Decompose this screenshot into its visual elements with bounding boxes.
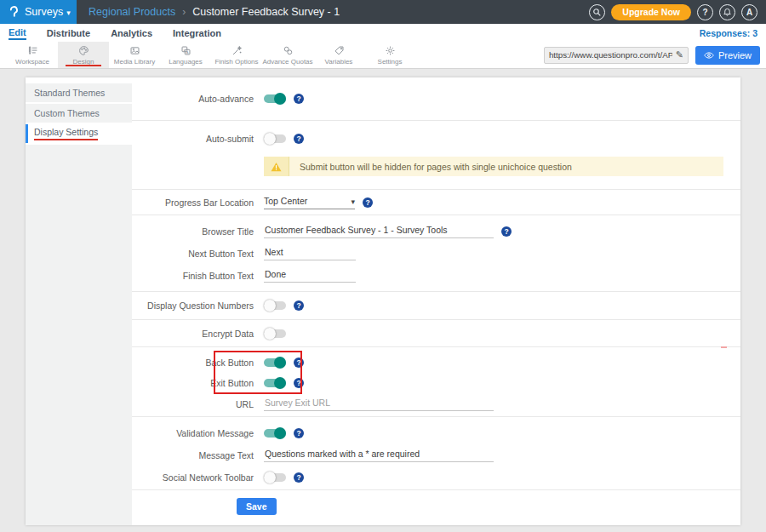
validation-message-toggle[interactable] xyxy=(264,429,286,438)
finish-button-text-label: Finish Button Text xyxy=(132,271,254,281)
warning-icon-cell xyxy=(264,157,289,176)
browser-title-label: Browser Title xyxy=(132,226,254,237)
progress-bar-location-select[interactable]: Top Center xyxy=(264,196,355,209)
survey-url-box: ✎ xyxy=(544,47,689,64)
display-question-numbers-toggle[interactable] xyxy=(264,301,286,310)
annotated-toggles-wrap: Back Button Exit Button xyxy=(132,352,740,393)
encrypt-data-toggle[interactable] xyxy=(264,329,286,338)
top-bar: Surveys Regional Products Customer Feedb… xyxy=(0,0,766,24)
progress-bar-location-label: Progress Bar Location xyxy=(132,197,254,208)
exit-url-label: URL xyxy=(132,399,254,409)
validation-message-help-icon[interactable] xyxy=(294,428,304,438)
breadcrumb-separator-icon xyxy=(175,6,192,18)
toolbar-item-finish-options[interactable]: Finish Options xyxy=(211,42,262,68)
avatar-letter: A xyxy=(746,8,752,17)
workspace-icon xyxy=(27,45,38,56)
sidebar-item-standard-themes[interactable]: Standard Themes xyxy=(26,83,132,102)
section-encrypt-data: Encrypt Data xyxy=(132,319,740,346)
warning-triangle-icon xyxy=(271,162,282,172)
message-text-label: Message Text xyxy=(132,450,254,460)
section-button-texts: Browser Title Next Button Text Finish Bu… xyxy=(132,215,740,291)
toolbar-item-variables[interactable]: Variables xyxy=(313,42,364,68)
section-save: Save xyxy=(132,489,740,525)
auto-submit-help-icon[interactable] xyxy=(294,134,304,144)
toolbar-item-design[interactable]: Design xyxy=(58,42,109,68)
nav-tab-analytics[interactable]: Analytics xyxy=(111,26,152,39)
gear-icon xyxy=(385,45,396,56)
upgrade-now-button[interactable]: Upgrade Now xyxy=(611,4,691,20)
social-network-toolbar-help-icon[interactable] xyxy=(294,472,304,483)
auto-advance-help-icon[interactable] xyxy=(294,94,304,104)
help-button[interactable]: ? xyxy=(697,4,713,20)
progress-bar-help-icon[interactable] xyxy=(363,197,373,208)
toolbar-item-workspace[interactable]: Workspace xyxy=(7,42,58,68)
nav-tab-integration[interactable]: Integration xyxy=(173,26,221,39)
breadcrumb-current: Customer Feedback Survey - 1 xyxy=(192,6,340,18)
exit-button-label: Exit Button xyxy=(132,378,254,388)
sidebar-filler xyxy=(26,145,132,525)
search-icon xyxy=(592,8,602,17)
social-network-toolbar-label: Social Network Toolbar xyxy=(132,472,254,483)
chain-links-icon xyxy=(283,45,294,56)
toolbar-item-settings[interactable]: Settings xyxy=(364,42,415,68)
account-avatar[interactable]: A xyxy=(741,4,757,20)
svg-text:x: x xyxy=(183,47,185,51)
responses-count[interactable]: Responses: 3 xyxy=(700,28,757,38)
auto-advance-toggle[interactable] xyxy=(264,94,286,103)
finish-button-text-field[interactable] xyxy=(264,269,356,283)
sidebar-item-custom-themes[interactable]: Custom Themes xyxy=(26,104,132,123)
question-mark-icon: ? xyxy=(702,8,707,17)
back-button-toggle[interactable] xyxy=(264,358,286,367)
search-button[interactable] xyxy=(589,4,605,20)
exit-url-field[interactable] xyxy=(264,398,494,411)
sidebar-item-display-settings[interactable]: Display Settings xyxy=(26,124,132,143)
questionpro-logo-icon xyxy=(7,5,20,19)
chevron-down-icon xyxy=(351,196,355,206)
edit-toolbar: Workspace Design Media Library x A Langu… xyxy=(0,42,766,69)
warning-text: Submit button will be hidden for pages w… xyxy=(289,157,572,176)
magic-wand-icon xyxy=(232,45,243,56)
section-auto-advance: Auto-advance xyxy=(132,77,740,120)
breadcrumb-parent[interactable]: Regional Products xyxy=(89,6,175,18)
edit-url-icon[interactable]: ✎ xyxy=(676,50,683,60)
auto-advance-label: Auto-advance xyxy=(132,94,254,104)
next-button-text-field[interactable] xyxy=(264,247,356,260)
message-text-field[interactable] xyxy=(264,449,494,462)
palette-icon xyxy=(78,45,89,56)
bell-icon xyxy=(723,8,732,17)
survey-nav: Edit Distribute Analytics Integration Re… xyxy=(0,24,766,42)
exit-button-toggle[interactable] xyxy=(264,379,286,387)
exit-button-help-icon[interactable] xyxy=(294,378,304,388)
tag-icon xyxy=(334,45,345,56)
toolbar-right: ✎ Preview xyxy=(544,42,766,68)
nav-tab-distribute[interactable]: Distribute xyxy=(47,26,90,39)
notifications-button[interactable] xyxy=(719,4,735,20)
toolbar-item-languages[interactable]: x A Languages xyxy=(160,42,211,68)
image-icon xyxy=(129,45,140,56)
social-network-toolbar-toggle[interactable] xyxy=(264,473,286,482)
product-menu-label: Surveys xyxy=(25,6,71,18)
display-question-numbers-help-icon[interactable] xyxy=(294,300,304,311)
browser-title-field[interactable] xyxy=(264,225,494,238)
toolbar-item-media-library[interactable]: Media Library xyxy=(109,42,160,68)
section-auto-submit: Auto-submit Submit button will xyxy=(132,120,740,189)
preview-button[interactable]: Preview xyxy=(695,46,760,65)
browser-title-help-icon[interactable] xyxy=(501,226,512,237)
save-button[interactable]: Save xyxy=(237,498,277,515)
toolbar-item-advance-quotas[interactable]: Advance Quotas xyxy=(262,42,313,68)
nav-tab-edit[interactable]: Edit xyxy=(9,26,26,40)
top-right-actions: Upgrade Now ? A xyxy=(589,4,757,20)
auto-submit-toggle[interactable] xyxy=(264,134,286,143)
submit-warning-banner: Submit button will be hidden for pages w… xyxy=(264,157,723,176)
survey-url-field[interactable] xyxy=(549,50,672,60)
back-button-help-icon[interactable] xyxy=(294,358,304,368)
scroll-artifact xyxy=(721,346,727,348)
section-validation: Validation Message Message Text Social N… xyxy=(132,416,740,489)
section-question-numbers: Display Question Numbers xyxy=(132,291,740,319)
auto-submit-label: Auto-submit xyxy=(132,134,254,144)
design-sidebar: Standard Themes Custom Themes Display Se… xyxy=(26,77,132,525)
product-menu[interactable]: Surveys xyxy=(0,0,77,24)
display-settings-form: Auto-advance Auto-submit xyxy=(132,77,740,525)
encrypt-data-label: Encrypt Data xyxy=(132,329,254,339)
next-button-text-label: Next Button Text xyxy=(132,249,254,259)
